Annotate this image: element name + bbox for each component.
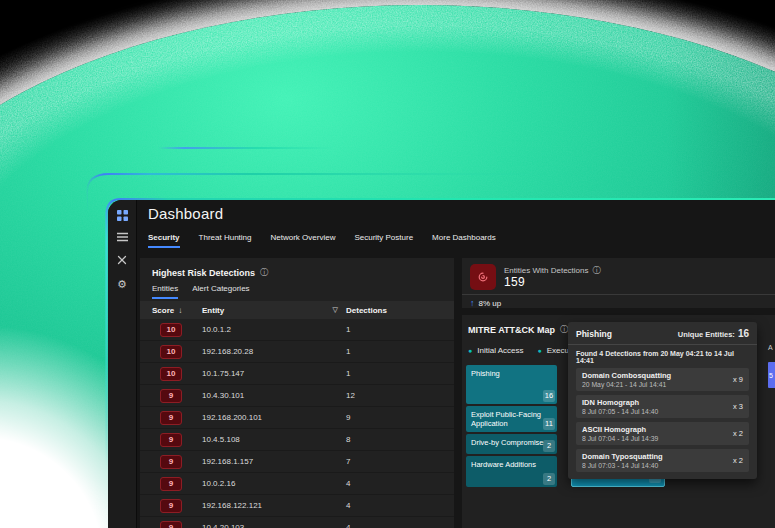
popup-header: Phishing Unique Entities: 16 xyxy=(568,322,757,345)
mitre-tile-exploit-public-facing[interactable]: Exploit Public-Facing Application 11 xyxy=(466,406,557,432)
detection-count: 4 xyxy=(346,501,454,510)
tab-network-overview[interactable]: Network Overview xyxy=(271,233,336,248)
trend-row: ↑ 8% up xyxy=(470,298,501,308)
entity-ip: 10.4.30.101 xyxy=(202,391,244,400)
tile-label: Phishing xyxy=(471,369,500,378)
detection-item[interactable]: Domain Combosquatting 20 May 04:21 - 14 … xyxy=(576,368,749,391)
entity-ip: 10.4.20.103 xyxy=(202,523,244,528)
entity-ip: 192.168.1.157 xyxy=(202,457,253,466)
main-tab-bar: Security Threat Hunting Network Overview… xyxy=(148,233,496,248)
legend-label: Initial Access xyxy=(477,346,523,355)
entity-ip: 10.1.75.147 xyxy=(202,369,244,378)
card-divider xyxy=(462,294,775,295)
tile-label: Exploit Public-Facing Application xyxy=(471,410,541,428)
col-entity-label: Entity xyxy=(202,306,224,315)
entity-ip: 10.0.1.2 xyxy=(202,325,231,334)
detection-multiplier: x 3 xyxy=(733,402,743,411)
table-row[interactable]: 9 192.168.1.157 7 xyxy=(140,451,454,473)
tab-more-dashboards[interactable]: More Dashboards xyxy=(432,233,496,248)
table-row[interactable]: 9 10.4.20.103 4 xyxy=(140,517,454,528)
highest-risk-card: Highest Risk Detections ⓘ Entities Alert… xyxy=(140,258,454,528)
dashboard-grid-icon[interactable] xyxy=(108,204,136,226)
table-row[interactable]: 9 192.168.122.121 4 xyxy=(140,495,454,517)
sort-desc-icon[interactable]: ↓ xyxy=(178,306,182,315)
mitre-edge-tile-partial[interactable]: 5 xyxy=(768,362,775,388)
detection-range: 8 Jul 07:04 - 14 Jul 14:39 xyxy=(582,435,658,442)
table-row[interactable]: 10 10.1.75.147 1 xyxy=(140,363,454,385)
risk-score-badge: 9 xyxy=(160,389,182,403)
unique-entities: Unique Entities: 16 xyxy=(678,328,749,339)
detection-item[interactable]: ASCII Homograph 8 Jul 07:04 - 14 Jul 14:… xyxy=(576,422,749,445)
mitre-legend: ● Initial Access ● Execution xyxy=(468,346,582,355)
table-row[interactable]: 9 10.0.2.16 4 xyxy=(140,473,454,495)
table-row[interactable]: 9 192.168.200.101 9 xyxy=(140,407,454,429)
table-row[interactable]: 10 10.0.1.2 1 xyxy=(140,319,454,341)
detection-range: 8 Jul 07:05 - 14 Jul 14:40 xyxy=(582,408,658,415)
page-title: Dashboard xyxy=(148,205,223,222)
info-icon[interactable]: ⓘ xyxy=(560,324,568,335)
risk-score-badge: 9 xyxy=(160,521,182,528)
entities-with-detections-card: Entities With Detections ⓘ 159 ↑ 8% up xyxy=(462,258,775,308)
mitre-tile-drive-by[interactable]: Drive-by Compromise 2 xyxy=(466,434,557,454)
tile-count-badge: 2 xyxy=(543,473,555,485)
risk-score-badge: 9 xyxy=(160,499,182,513)
list-icon[interactable] xyxy=(108,226,136,248)
table-header: Score ↓ Entity ▽ Detections xyxy=(140,301,454,319)
detection-range: 20 May 04:21 - 14 Jul 14:41 xyxy=(582,381,671,388)
highest-risk-header: Highest Risk Detections ⓘ xyxy=(140,258,454,282)
detection-multiplier: x 2 xyxy=(733,456,743,465)
detection-count: 4 xyxy=(346,479,454,488)
tile-label: Drive-by Compromise xyxy=(471,438,544,447)
tab-alert-categories[interactable]: Alert Categories xyxy=(192,284,249,299)
table-row[interactable]: 10 192.168.20.28 1 xyxy=(140,341,454,363)
entity-ip: 192.168.122.121 xyxy=(202,501,262,510)
legend-dot-icon: ● xyxy=(468,347,472,354)
detection-count: 8 xyxy=(346,435,454,444)
detection-multiplier: x 2 xyxy=(733,429,743,438)
info-icon[interactable]: ⓘ xyxy=(260,267,268,278)
detection-name: Domain Combosquatting xyxy=(582,371,671,380)
entities-value: 159 xyxy=(504,275,525,289)
risk-score-badge: 10 xyxy=(160,367,182,381)
legend-initial-access: ● Initial Access xyxy=(468,346,523,355)
mitre-tile-hardware-additions[interactable]: Hardware Additions 2 xyxy=(466,456,557,487)
info-icon[interactable]: ⓘ xyxy=(592,265,600,276)
app-side-rail: ⚙ xyxy=(108,200,137,528)
detection-range: 8 Jul 07:03 - 14 Jul 14:40 xyxy=(582,462,663,469)
detection-item[interactable]: Domain Typosquatting 8 Jul 07:03 - 14 Ju… xyxy=(576,449,749,472)
mitre-title: MITRE ATT&CK Map xyxy=(468,325,555,335)
risk-score-badge: 9 xyxy=(160,477,182,491)
mitre-attack-card: MITRE ATT&CK Map ⓘ ● Initial Access ● Ex… xyxy=(462,315,775,528)
filter-icon[interactable]: ▽ xyxy=(333,306,338,314)
entity-ip: 10.4.5.108 xyxy=(202,435,240,444)
mitre-tile-phishing[interactable]: Phishing 16 xyxy=(466,365,557,404)
tab-security[interactable]: Security xyxy=(148,233,180,248)
tab-threat-hunting[interactable]: Threat Hunting xyxy=(199,233,252,248)
detection-name: IDN Homograph xyxy=(582,398,658,407)
settings-gear-icon[interactable]: ⚙ xyxy=(108,273,136,295)
detection-count: 7 xyxy=(346,457,454,466)
tile-count-badge: 2 xyxy=(543,440,555,452)
detection-count: 1 xyxy=(346,369,454,378)
detection-item[interactable]: IDN Homograph 8 Jul 07:05 - 14 Jul 14:40… xyxy=(576,395,749,418)
detection-count: 9 xyxy=(346,413,454,422)
table-row[interactable]: 9 10.4.5.108 8 xyxy=(140,429,454,451)
popup-title: Phishing xyxy=(576,329,612,339)
tab-entities[interactable]: Entities xyxy=(152,284,178,299)
table-row[interactable]: 9 10.4.30.101 12 xyxy=(140,385,454,407)
phishing-detail-popup: Phishing Unique Entities: 16 Found 4 Det… xyxy=(568,322,757,479)
workflow-asterisk-icon[interactable] xyxy=(108,249,136,271)
risk-score-badge: 10 xyxy=(160,323,182,337)
detection-count: 12 xyxy=(346,391,454,400)
detection-count: 1 xyxy=(346,325,454,334)
detection-count: 1 xyxy=(346,347,454,356)
tab-security-posture[interactable]: Security Posture xyxy=(354,233,413,248)
unique-entities-label: Unique Entities: xyxy=(678,330,735,339)
legend-overflow-fragment: A xyxy=(768,344,773,351)
col-detections-label: Detections xyxy=(346,306,454,315)
tile-count-badge: 16 xyxy=(543,390,555,402)
tile-label: Hardware Additions xyxy=(471,460,536,469)
entities-label: Entities With Detections xyxy=(504,266,588,275)
tile-count-badge: 11 xyxy=(543,418,555,430)
risk-score-badge: 9 xyxy=(160,455,182,469)
